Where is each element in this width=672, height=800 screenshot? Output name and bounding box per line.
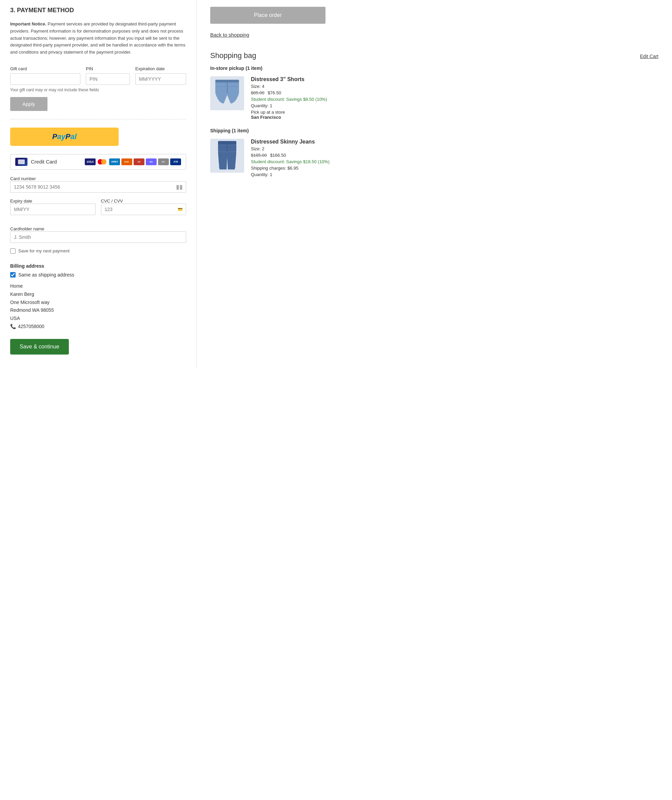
expiry-wrap: Expiry date (10, 198, 96, 215)
address-line5: USA (10, 314, 186, 323)
billing-section: Billing address Same as shipping address… (10, 263, 186, 331)
shipping-group-title: Shipping (1 item) (210, 128, 658, 133)
item1-pickup-label: Pick up at a store (251, 110, 658, 115)
gift-card-section: Gift card PIN Expiration date Your gift … (10, 66, 186, 111)
address-line3: One Microsoft way (10, 298, 186, 307)
save-checkbox[interactable] (10, 248, 16, 254)
exp-date-field-group: Expiration date (135, 66, 186, 85)
unionpay-logo: UP (134, 159, 144, 165)
cc-label: Credit Card (31, 159, 57, 165)
shopping-bag-header: Shopping bag Edit Cart (210, 51, 658, 60)
credit-card-icon (15, 158, 27, 166)
item1-details: Distressed 3" Shorts Size: 4 $85.00 $76.… (251, 76, 658, 120)
item1-discounted-price: $76.50 (267, 90, 281, 95)
gift-card-field-group: Gift card (10, 66, 80, 85)
address-phone: 4257058000 (18, 323, 45, 331)
credit-card-section: Credit Card VISA AMEX DISC UP MA DC JCB (10, 154, 186, 170)
important-notice: Important Notice. Payment services are p… (10, 21, 186, 56)
phone-icon: 📞 (10, 323, 16, 331)
pin-label: PIN (86, 66, 130, 71)
item1-discount-text: Student discount: Savings $8.50 (10%) (251, 97, 658, 102)
save-label[interactable]: Save for my next payment (18, 248, 69, 253)
shopping-bag-title: Shopping bag (210, 51, 256, 60)
back-to-shopping-link[interactable]: Back to shopping (210, 32, 249, 38)
pin-input[interactable] (86, 73, 130, 85)
same-address-row: Same as shipping address (10, 272, 186, 277)
discover-logo: DISC (122, 159, 132, 165)
same-address-checkbox[interactable] (10, 272, 16, 277)
card-number-input-wrap: ▮▮ (10, 181, 186, 193)
instore-group-title: In-store pickup (1 item) (210, 66, 658, 71)
cvc-input[interactable] (101, 204, 187, 215)
item2-discount-text: Student discount: Savings $18.50 (10%) (251, 159, 658, 164)
expiry-cvc-row: Expiry date CVC / CVV 💳 (10, 198, 186, 221)
gift-card-label: Gift card (10, 66, 80, 71)
item1-size: Size: 4 (251, 84, 658, 89)
cardholder-label: Cardholder name (10, 226, 44, 231)
item2-image (210, 139, 244, 173)
maestro-logo: MA (146, 159, 157, 165)
left-panel: 3. PAYMENT METHOD Important Notice. Paym… (0, 0, 197, 368)
divider-1 (10, 119, 186, 119)
item1-quantity: Quantity: 1 (251, 103, 658, 108)
amex-logo: AMEX (109, 159, 120, 165)
item2-size: Size: 2 (251, 146, 658, 151)
item2-details: Distressed Skinny Jeans Size: 2 $185.00 … (251, 139, 658, 178)
notice-bold: Important Notice. (10, 21, 46, 26)
card-number-input[interactable] (10, 181, 186, 193)
edit-cart-link[interactable]: Edit Cart (640, 54, 658, 59)
cc-label-row: Credit Card (15, 158, 57, 166)
item1-image (210, 76, 244, 110)
gift-hint: Your gift card may or may not include th… (10, 88, 186, 92)
item1-name: Distressed 3" Shorts (251, 76, 658, 82)
visa-logo: VISA (85, 159, 96, 165)
item2-quantity: Quantity: 1 (251, 172, 658, 177)
exp-date-input[interactable] (135, 73, 186, 85)
paypal-button[interactable]: PayPal (10, 128, 119, 146)
cardholder-wrap: Cardholder name (10, 226, 186, 243)
svg-rect-6 (218, 141, 236, 144)
card-number-wrap: Card number ▮▮ (10, 176, 186, 193)
address-block: Home Karen Berg One Microsoft way Redmon… (10, 282, 186, 331)
cvc-wrap: CVC / CVV 💳 (101, 198, 187, 215)
right-panel: Place order Back to shopping Shopping ba… (197, 0, 672, 368)
expiry-label: Expiry date (10, 199, 32, 204)
card-number-label: Card number (10, 176, 36, 181)
item1-price-row: $85.00 $76.50 (251, 90, 658, 95)
apply-button[interactable]: Apply (10, 97, 48, 111)
address-phone-row: 📞 4257058000 (10, 323, 186, 331)
address-line2: Karen Berg (10, 290, 186, 298)
jeans-svg (214, 141, 241, 171)
bag-item-2: Distressed Skinny Jeans Size: 2 $185.00 … (210, 139, 658, 178)
place-order-button[interactable]: Place order (210, 7, 325, 24)
item1-original-price: $85.00 (251, 90, 264, 95)
shorts-svg (214, 78, 241, 109)
cvc-input-wrap: 💳 (101, 204, 187, 215)
cvc-label: CVC / CVV (101, 199, 123, 204)
gift-card-input[interactable] (10, 73, 80, 85)
billing-title: Billing address (10, 263, 186, 269)
save-checkbox-row: Save for my next payment (10, 248, 186, 254)
mastercard-logo (97, 159, 108, 165)
exp-date-label: Expiration date (135, 66, 186, 71)
cardholder-input[interactable] (10, 231, 186, 243)
item1-pickup-location: San Francisco (251, 115, 658, 120)
pin-field-group: PIN (86, 66, 130, 85)
cvc-icon: 💳 (178, 207, 183, 212)
paypal-logo: PayPal (52, 132, 77, 141)
item2-discounted-price: $166.50 (270, 153, 286, 158)
item2-original-price: $185.00 (251, 153, 267, 158)
svg-rect-3 (215, 80, 239, 82)
item2-price-row: $185.00 $166.50 (251, 153, 658, 158)
card-logos: VISA AMEX DISC UP MA DC JCB (85, 159, 181, 165)
section-title: 3. PAYMENT METHOD (10, 7, 186, 14)
same-address-label[interactable]: Same as shipping address (18, 272, 74, 277)
item2-name: Distressed Skinny Jeans (251, 139, 658, 145)
save-continue-button[interactable]: Save & continue (10, 339, 69, 354)
address-line4: Redmond WA 98055 (10, 306, 186, 314)
address-line1: Home (10, 282, 186, 290)
bag-item-1: Distressed 3" Shorts Size: 4 $85.00 $76.… (210, 76, 658, 120)
card-icon: ▮▮ (176, 183, 183, 191)
expiry-input[interactable] (10, 204, 96, 215)
item2-shipping-charges: Shipping charges: $6.95 (251, 165, 658, 171)
